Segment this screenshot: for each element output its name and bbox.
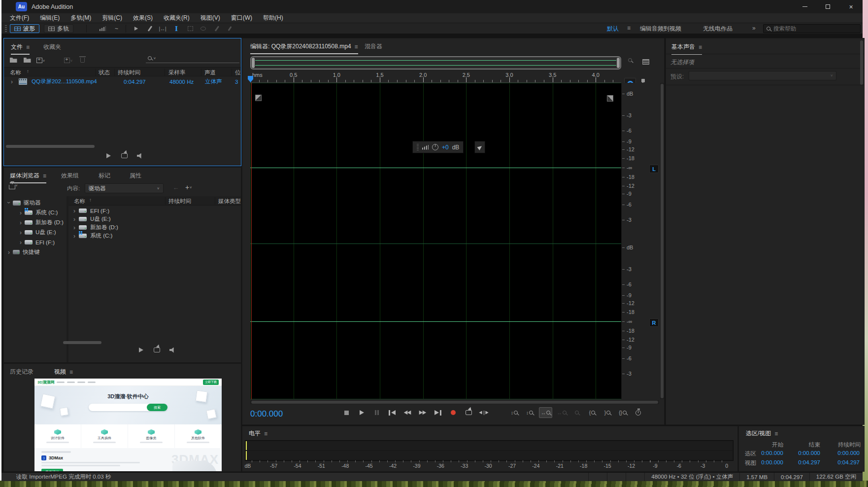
zoom-out-amplitude-button[interactable]: ↕ [524, 407, 535, 418]
view-duration[interactable]: 0:04.297 [833, 459, 860, 465]
files-play-button[interactable] [102, 151, 114, 161]
fade-in-handle[interactable] [255, 95, 262, 101]
slip-tool-button[interactable]: |↔| [157, 25, 168, 33]
loop-playback-button[interactable] [463, 407, 474, 418]
menu-item[interactable]: 效果(S) [128, 13, 158, 23]
column-separator[interactable] [201, 69, 201, 76]
record-button[interactable] [448, 407, 459, 418]
time-selection-tool-button[interactable]: I [171, 25, 182, 33]
zoom-to-in-point-button[interactable]: { [586, 407, 598, 418]
tab-favorites[interactable]: 收藏夹 [43, 43, 61, 51]
media-list-row[interactable]: › EFI (F:) [68, 207, 241, 215]
skip-selection-button[interactable] [478, 407, 489, 418]
time-display[interactable]: 0:00.000 [250, 409, 283, 419]
media-list-row[interactable]: › 新加卷 (D:) [68, 223, 241, 232]
hud-pin-button[interactable] [474, 141, 485, 153]
column-bits[interactable]: 位 [235, 69, 241, 76]
tab-levels[interactable]: 电平 ≡ [249, 429, 267, 440]
file-row[interactable]: › QQ录屏202...110508.mp4 0:04.297 48000 Hz… [4, 77, 241, 86]
zoom-reset-button[interactable] [571, 407, 583, 418]
column-separator[interactable] [95, 69, 96, 76]
column-samplerate[interactable]: 采样率 [168, 69, 186, 76]
zoom-out-time-button[interactable]: ↔ [556, 407, 568, 418]
media-hscrollbar[interactable] [63, 341, 101, 344]
column-name[interactable]: 名称 [10, 69, 21, 76]
left-channel-badge[interactable]: L [649, 165, 659, 173]
tab-selection-view[interactable]: 选区/视图 ≡ [746, 429, 778, 440]
files-loop-button[interactable] [118, 151, 130, 161]
menu-item[interactable]: 剪辑(C) [97, 13, 128, 23]
view-start[interactable]: 0:00.000 [756, 459, 783, 465]
files-hscrollbar[interactable] [6, 145, 95, 148]
column-channels[interactable]: 声道 [204, 69, 216, 76]
chevron-right-icon[interactable]: › [73, 208, 75, 214]
toolbar-grip-handle[interactable] [5, 25, 7, 32]
content-select[interactable]: 驱动器 ∨ [85, 183, 164, 193]
chevron-icon[interactable]: › [20, 210, 22, 216]
chevron-icon[interactable]: › [20, 240, 22, 245]
column-name[interactable]: 名称 [74, 198, 85, 205]
skip-to-start-button[interactable] [387, 407, 398, 418]
chevron-right-icon[interactable]: › [73, 216, 75, 222]
new-file-button[interactable]: ∨ [35, 56, 46, 64]
navigator-right-handle[interactable] [617, 58, 620, 68]
column-duration[interactable]: 持续时间 [168, 198, 191, 205]
menu-item[interactable]: 编辑(E) [34, 13, 65, 23]
editor-layout-icon[interactable] [642, 59, 649, 65]
media-list-row[interactable]: › 系统 (C:) [68, 232, 241, 240]
media-list-row[interactable]: › U盘 (E:) [68, 215, 241, 223]
chevron-right-icon[interactable]: › [11, 79, 13, 85]
insert-into-multitrack-button[interactable]: ∨ [63, 56, 74, 64]
panel-menu-icon[interactable]: ≡ [69, 369, 73, 376]
editor-hscrollbar[interactable] [250, 400, 659, 404]
workspace-edit-audio-to-video[interactable]: 编辑音频到视频 [640, 25, 681, 33]
delete-file-button[interactable] [77, 56, 88, 64]
panel-menu-icon[interactable]: ≡ [43, 173, 46, 179]
menu-item[interactable]: 视图(V) [195, 13, 226, 23]
workspace-overflow-icon[interactable]: » [752, 25, 756, 32]
move-tool-button[interactable] [131, 25, 141, 33]
maximize-button[interactable] [816, 0, 839, 13]
essential-sound-vscrollbar[interactable] [860, 40, 863, 85]
preset-select[interactable]: ∨ [689, 71, 836, 80]
chevron-icon[interactable]: › [20, 230, 22, 236]
rewind-button[interactable] [402, 407, 413, 418]
marquee-selection-tool-button[interactable] [185, 25, 196, 33]
media-play-button[interactable] [135, 345, 147, 355]
editor-vscrollbar[interactable] [660, 83, 664, 399]
stop-button[interactable] [341, 407, 352, 418]
menu-item[interactable]: 多轨(M) [65, 13, 97, 23]
import-media-button[interactable]: ∨ [8, 181, 19, 189]
media-tree-row[interactable]: › 快捷键 [4, 247, 67, 257]
column-separator[interactable] [165, 69, 165, 76]
chevron-right-icon[interactable]: › [73, 225, 75, 231]
column-duration[interactable]: 持续时间 [118, 69, 140, 76]
level-meter[interactable] [245, 440, 734, 461]
video-preview-frame[interactable]: 3D溜溜网 立即下载 3D溜溜·软件中心 搜索 [34, 379, 222, 471]
pause-button[interactable] [371, 407, 382, 418]
column-separator[interactable] [232, 69, 232, 76]
zoom-navigator-icon[interactable] [628, 58, 632, 62]
waveform-view-button[interactable]: 波形 [10, 24, 39, 33]
tab-files[interactable]: 文件 ≡ [11, 43, 30, 55]
timeline-ruler[interactable]: hms 0.51.01.52.02.53.03.54.0 [250, 72, 621, 83]
right-channel-badge[interactable]: R [649, 318, 659, 327]
media-tree-row[interactable]: › 新加卷 (D:) [4, 218, 67, 227]
files-autoplay-button[interactable] [134, 151, 146, 161]
zoom-to-out-point-button[interactable]: } [601, 407, 613, 418]
chevron-right-icon[interactable]: › [73, 233, 75, 239]
media-tree-row[interactable]: › 驱动器 [4, 198, 67, 208]
column-separator[interactable] [114, 69, 115, 76]
panel-menu-icon[interactable]: ≡ [26, 44, 30, 51]
panel-menu-icon[interactable]: ≡ [355, 43, 358, 50]
hud-gain-knob[interactable] [432, 144, 438, 150]
tab-markers[interactable]: 标记 [99, 172, 110, 180]
hud-gain-value[interactable]: +0 [442, 144, 449, 151]
files-search-field[interactable]: ∨ [146, 53, 239, 63]
column-separator[interactable] [215, 197, 215, 205]
gain-hud[interactable]: +0 dB [412, 141, 464, 153]
zoom-to-selection-button[interactable]: {} [617, 407, 629, 418]
selection-duration[interactable]: 0:00.000 [833, 450, 860, 456]
spot-healing-tool-button[interactable] [224, 25, 235, 33]
zoom-timer-button[interactable] [632, 407, 644, 418]
